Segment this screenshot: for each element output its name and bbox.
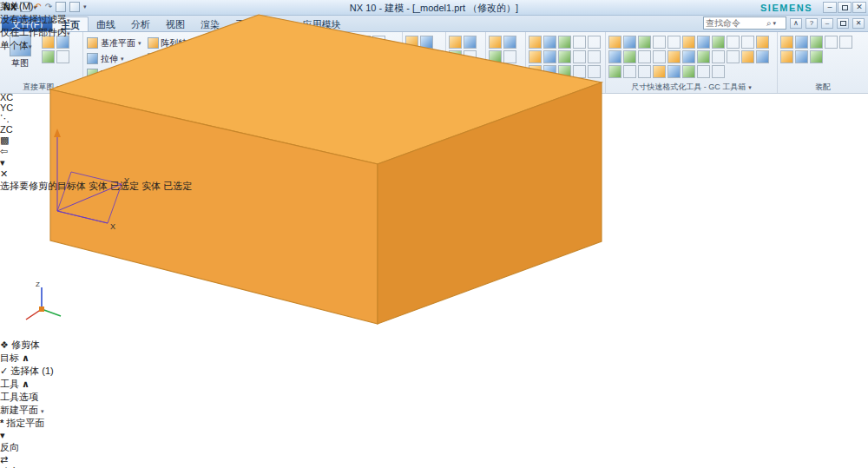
axis-label-x: X: [110, 222, 115, 231]
dimension-tool-icon[interactable]: [712, 50, 725, 63]
tool-section-header[interactable]: 工具 ∧: [0, 378, 639, 391]
triad-origin-icon: [39, 307, 44, 312]
dimension-tool-icon[interactable]: [756, 36, 769, 49]
dimension-tool-icon[interactable]: [682, 50, 695, 63]
dimension-tool-icon[interactable]: [653, 36, 666, 49]
collapse-icon[interactable]: ∧: [22, 353, 30, 363]
reverse-label: 反向: [0, 442, 19, 452]
assembly-tool-icon[interactable]: [780, 50, 793, 63]
search-icon[interactable]: ⌕: [766, 18, 772, 29]
target-section-header[interactable]: 目标 ∧: [0, 352, 639, 365]
dimension-tool-icon[interactable]: [638, 36, 651, 49]
chevron-down-icon: ▾: [748, 84, 752, 91]
tool-option-label: 工具选项: [0, 392, 38, 402]
ribbon-group-assembly: 装配: [778, 32, 868, 93]
doc-minimize-button[interactable]: –: [821, 18, 833, 29]
assembly-tool-icon[interactable]: [825, 36, 838, 49]
dimension-tool-icon[interactable]: [712, 65, 725, 78]
tool-option-dropdown[interactable]: 新建平面 ▾: [0, 404, 639, 417]
plane-options-chevron-icon[interactable]: ▾: [0, 430, 5, 440]
dimension-tool-icon[interactable]: [727, 50, 740, 63]
dimension-tool-icon[interactable]: [653, 50, 666, 63]
dimension-tool-icon[interactable]: [682, 65, 695, 78]
collapse-icon[interactable]: ∧: [22, 379, 30, 389]
command-finder[interactable]: ⌕ ▾: [703, 16, 786, 30]
minimize-ribbon-icon[interactable]: ∧: [790, 18, 802, 29]
dimension-tool-icon[interactable]: [667, 36, 681, 49]
required-marker: *: [0, 418, 3, 428]
dimension-tool-icon[interactable]: [667, 65, 681, 78]
minimize-button[interactable]: –: [823, 2, 837, 13]
dimension-tool-icon[interactable]: [653, 65, 666, 78]
assembly-tool-icon[interactable]: [795, 50, 808, 63]
dialog-title: 修剪体: [11, 339, 40, 350]
view-triad[interactable]: [26, 287, 61, 320]
reverse-direction-button[interactable]: ⇄: [0, 454, 8, 465]
statusbar: 选择要修剪的目标体 实体 已选定 实体 已选定: [0, 180, 192, 193]
trim-body-dialog: ❖ 修剪体 目标 ∧ ✓ 选择体 (1) 工具 ∧ 工具选项 新建平面 ▾: [0, 339, 639, 468]
help-icon[interactable]: ?: [806, 18, 818, 29]
tool-option-row: 工具选项 新建平面 ▾: [0, 391, 639, 417]
dimension-tool-icon[interactable]: [638, 65, 651, 78]
status-prompt: 选择要修剪的目标体: [0, 181, 86, 191]
dimension-tool-icon[interactable]: [697, 36, 710, 49]
solid-body[interactable]: [50, 15, 602, 324]
siemens-logo: SIEMENS: [760, 3, 812, 13]
assembly-tool-icon[interactable]: [795, 36, 808, 49]
dimension-tool-icon[interactable]: [697, 50, 710, 63]
dimension-tool-icon[interactable]: [741, 50, 754, 63]
model-view: X Y Z: [0, 0, 639, 337]
ribbon-group-label-assembly[interactable]: 装配: [778, 82, 868, 93]
specify-plane-row: * 指定平面 ▾: [0, 417, 639, 441]
dimension-tool-icon[interactable]: [741, 36, 754, 49]
dimension-tool-icon[interactable]: [638, 50, 651, 63]
icon-grid: [779, 35, 866, 64]
assembly-tool-icon[interactable]: [839, 36, 852, 49]
status-selection-right: 实体 已选定: [141, 181, 192, 191]
close-button[interactable]: ✕: [852, 2, 866, 13]
dimension-tool-icon[interactable]: [697, 65, 710, 78]
dialog-icon: ❖: [0, 339, 9, 350]
restore-button[interactable]: [838, 2, 852, 13]
check-icon: ✓: [0, 366, 8, 376]
status-selection-center: 实体 已选定: [89, 181, 139, 191]
reverse-row: 反向 ⇄: [0, 441, 639, 465]
nx-application-window: NX ↶ ↷ ▾ NX 10 - 建模 - [_model1.prt （修改的）…: [0, 0, 868, 468]
select-body-row[interactable]: ✓ 选择体 (1): [0, 365, 639, 378]
tabrow-right-cluster: ⌕ ▾ ∧ ? – ✕: [703, 16, 866, 31]
dimension-tool-icon[interactable]: [727, 36, 740, 49]
dialog-header[interactable]: ❖ 修剪体: [0, 339, 639, 352]
graphics-window[interactable]: X Y Z: [0, 0, 639, 339]
select-body-label: 选择体 (1): [10, 366, 54, 376]
dimension-tool-icon[interactable]: [682, 36, 695, 49]
chevron-down-icon[interactable]: ▾: [41, 408, 44, 414]
search-input[interactable]: [706, 18, 765, 28]
doc-close-button[interactable]: ✕: [852, 18, 865, 29]
dimension-tool-icon[interactable]: [667, 50, 681, 63]
search-chevron-icon[interactable]: ▾: [773, 20, 777, 27]
assembly-tool-icon[interactable]: [780, 36, 793, 49]
main-area: X Y Z: [0, 0, 639, 468]
triad-label-z: Z: [36, 280, 40, 288]
window-controls: – ✕: [823, 2, 866, 13]
assembly-tool-icon[interactable]: [810, 36, 823, 49]
dimension-tool-icon[interactable]: [756, 50, 769, 63]
doc-restore-button[interactable]: [837, 18, 849, 29]
assembly-tool-icon[interactable]: [810, 50, 823, 63]
dimension-tool-icon[interactable]: [712, 36, 725, 49]
specify-plane-label: 指定平面: [6, 418, 44, 428]
